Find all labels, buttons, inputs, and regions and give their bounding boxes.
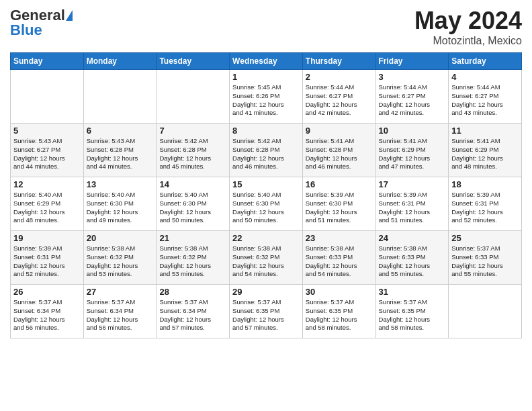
logo-icon [66, 10, 73, 21]
day-info: Sunrise: 5:38 AMSunset: 6:32 PMDaylight:… [87, 244, 154, 279]
day-number: 30 [306, 287, 373, 297]
day-cell: 31Sunrise: 5:37 AMSunset: 6:35 PMDayligh… [375, 285, 449, 338]
day-info: Sunrise: 5:40 AMSunset: 6:30 PMDaylight:… [87, 191, 154, 225]
day-number: 12 [13, 179, 81, 189]
calendar-location: Motozintla, Mexico [414, 35, 522, 47]
day-info: Sunrise: 5:37 AMSunset: 6:33 PMDaylight:… [451, 244, 519, 279]
day-info: Sunrise: 5:42 AMSunset: 6:28 PMDaylight:… [159, 137, 226, 171]
col-header-tuesday: Tuesday [157, 53, 230, 70]
day-info: Sunrise: 5:39 AMSunset: 6:31 PMDaylight:… [451, 191, 519, 225]
week-row-2: 5Sunrise: 5:43 AMSunset: 6:27 PMDaylight… [11, 124, 522, 177]
day-info: Sunrise: 5:44 AMSunset: 6:27 PMDaylight:… [379, 83, 446, 118]
day-info: Sunrise: 5:38 AMSunset: 6:32 PMDaylight:… [159, 244, 226, 279]
day-cell: 8Sunrise: 5:42 AMSunset: 6:28 PMDaylight… [230, 124, 303, 177]
week-row-3: 12Sunrise: 5:40 AMSunset: 6:29 PMDayligh… [11, 177, 522, 231]
day-cell: 12Sunrise: 5:40 AMSunset: 6:29 PMDayligh… [11, 177, 84, 231]
col-header-thursday: Thursday [302, 53, 375, 70]
header-row: SundayMondayTuesdayWednesdayThursdayFrid… [11, 53, 522, 70]
week-row-4: 19Sunrise: 5:39 AMSunset: 6:31 PMDayligh… [11, 231, 522, 285]
day-number: 7 [159, 126, 226, 136]
day-number: 9 [306, 126, 373, 136]
calendar-table: SundayMondayTuesdayWednesdayThursdayFrid… [10, 52, 522, 338]
logo-blue: Blue [10, 21, 42, 39]
day-info: Sunrise: 5:43 AMSunset: 6:28 PMDaylight:… [87, 137, 154, 171]
day-number: 27 [87, 287, 154, 297]
day-info: Sunrise: 5:40 AMSunset: 6:29 PMDaylight:… [13, 191, 81, 225]
day-number: 15 [232, 179, 300, 189]
day-info: Sunrise: 5:40 AMSunset: 6:30 PMDaylight:… [232, 191, 300, 225]
day-cell: 6Sunrise: 5:43 AMSunset: 6:28 PMDaylight… [83, 124, 157, 177]
day-info: Sunrise: 5:38 AMSunset: 6:33 PMDaylight:… [306, 244, 373, 279]
day-number: 21 [159, 233, 226, 243]
day-info: Sunrise: 5:44 AMSunset: 6:27 PMDaylight:… [306, 83, 373, 118]
col-header-sunday: Sunday [11, 53, 84, 70]
week-row-1: 1Sunrise: 5:45 AMSunset: 6:26 PMDaylight… [11, 70, 522, 124]
col-header-saturday: Saturday [449, 53, 522, 70]
day-info: Sunrise: 5:42 AMSunset: 6:28 PMDaylight:… [232, 137, 300, 171]
day-info: Sunrise: 5:38 AMSunset: 6:33 PMDaylight:… [379, 244, 446, 279]
day-info: Sunrise: 5:37 AMSunset: 6:34 PMDaylight:… [159, 298, 226, 332]
day-info: Sunrise: 5:39 AMSunset: 6:31 PMDaylight:… [13, 244, 81, 279]
day-cell: 24Sunrise: 5:38 AMSunset: 6:33 PMDayligh… [375, 231, 449, 285]
day-number: 8 [232, 126, 300, 136]
day-cell [11, 70, 84, 124]
day-cell: 23Sunrise: 5:38 AMSunset: 6:33 PMDayligh… [302, 231, 375, 285]
day-info: Sunrise: 5:37 AMSunset: 6:35 PMDaylight:… [306, 298, 373, 332]
day-info: Sunrise: 5:41 AMSunset: 6:29 PMDaylight:… [451, 137, 519, 171]
day-number: 25 [451, 233, 519, 243]
day-cell: 30Sunrise: 5:37 AMSunset: 6:35 PMDayligh… [302, 285, 375, 338]
day-number: 28 [159, 287, 226, 297]
day-info: Sunrise: 5:37 AMSunset: 6:35 PMDaylight:… [232, 298, 300, 332]
day-number: 17 [379, 179, 446, 189]
day-cell: 29Sunrise: 5:37 AMSunset: 6:35 PMDayligh… [230, 285, 303, 338]
day-info: Sunrise: 5:45 AMSunset: 6:26 PMDaylight:… [232, 83, 300, 118]
day-number: 13 [87, 179, 154, 189]
day-info: Sunrise: 5:39 AMSunset: 6:31 PMDaylight:… [379, 191, 446, 225]
day-info: Sunrise: 5:37 AMSunset: 6:34 PMDaylight:… [87, 298, 154, 332]
day-cell: 18Sunrise: 5:39 AMSunset: 6:31 PMDayligh… [449, 177, 522, 231]
day-cell: 22Sunrise: 5:38 AMSunset: 6:32 PMDayligh… [230, 231, 303, 285]
day-number: 31 [379, 287, 446, 297]
day-cell: 14Sunrise: 5:40 AMSunset: 6:30 PMDayligh… [157, 177, 230, 231]
day-cell: 7Sunrise: 5:42 AMSunset: 6:28 PMDaylight… [157, 124, 230, 177]
day-cell: 10Sunrise: 5:41 AMSunset: 6:29 PMDayligh… [375, 124, 449, 177]
day-cell: 16Sunrise: 5:39 AMSunset: 6:30 PMDayligh… [302, 177, 375, 231]
day-number: 18 [451, 179, 519, 189]
day-cell [157, 70, 230, 124]
day-cell: 20Sunrise: 5:38 AMSunset: 6:32 PMDayligh… [83, 231, 157, 285]
day-info: Sunrise: 5:38 AMSunset: 6:32 PMDaylight:… [232, 244, 300, 279]
day-number: 4 [451, 72, 519, 82]
day-number: 26 [13, 287, 81, 297]
col-header-wednesday: Wednesday [230, 53, 303, 70]
col-header-friday: Friday [375, 53, 449, 70]
day-number: 1 [232, 72, 300, 82]
day-number: 20 [87, 233, 154, 243]
day-cell: 11Sunrise: 5:41 AMSunset: 6:29 PMDayligh… [449, 124, 522, 177]
day-info: Sunrise: 5:41 AMSunset: 6:28 PMDaylight:… [306, 137, 373, 171]
col-header-monday: Monday [83, 53, 157, 70]
header: General Blue May 2024 Motozintla, Mexico [10, 7, 522, 47]
day-info: Sunrise: 5:37 AMSunset: 6:35 PMDaylight:… [379, 298, 446, 332]
day-cell: 4Sunrise: 5:44 AMSunset: 6:27 PMDaylight… [449, 70, 522, 124]
day-number: 14 [159, 179, 226, 189]
day-number: 22 [232, 233, 300, 243]
day-cell: 21Sunrise: 5:38 AMSunset: 6:32 PMDayligh… [157, 231, 230, 285]
day-cell [83, 70, 157, 124]
calendar-title: May 2024 [414, 7, 522, 35]
day-cell: 2Sunrise: 5:44 AMSunset: 6:27 PMDaylight… [302, 70, 375, 124]
day-cell: 28Sunrise: 5:37 AMSunset: 6:34 PMDayligh… [157, 285, 230, 338]
day-cell: 17Sunrise: 5:39 AMSunset: 6:31 PMDayligh… [375, 177, 449, 231]
day-cell: 9Sunrise: 5:41 AMSunset: 6:28 PMDaylight… [302, 124, 375, 177]
day-cell: 25Sunrise: 5:37 AMSunset: 6:33 PMDayligh… [449, 231, 522, 285]
week-row-5: 26Sunrise: 5:37 AMSunset: 6:34 PMDayligh… [11, 285, 522, 338]
day-cell: 19Sunrise: 5:39 AMSunset: 6:31 PMDayligh… [11, 231, 84, 285]
day-info: Sunrise: 5:40 AMSunset: 6:30 PMDaylight:… [159, 191, 226, 225]
calendar-page: General Blue May 2024 Motozintla, Mexico… [0, 0, 532, 345]
day-number: 19 [13, 233, 81, 243]
day-cell: 13Sunrise: 5:40 AMSunset: 6:30 PMDayligh… [83, 177, 157, 231]
day-number: 29 [232, 287, 300, 297]
day-number: 6 [87, 126, 154, 136]
day-number: 24 [379, 233, 446, 243]
day-cell: 1Sunrise: 5:45 AMSunset: 6:26 PMDaylight… [230, 70, 303, 124]
day-cell [449, 285, 522, 338]
